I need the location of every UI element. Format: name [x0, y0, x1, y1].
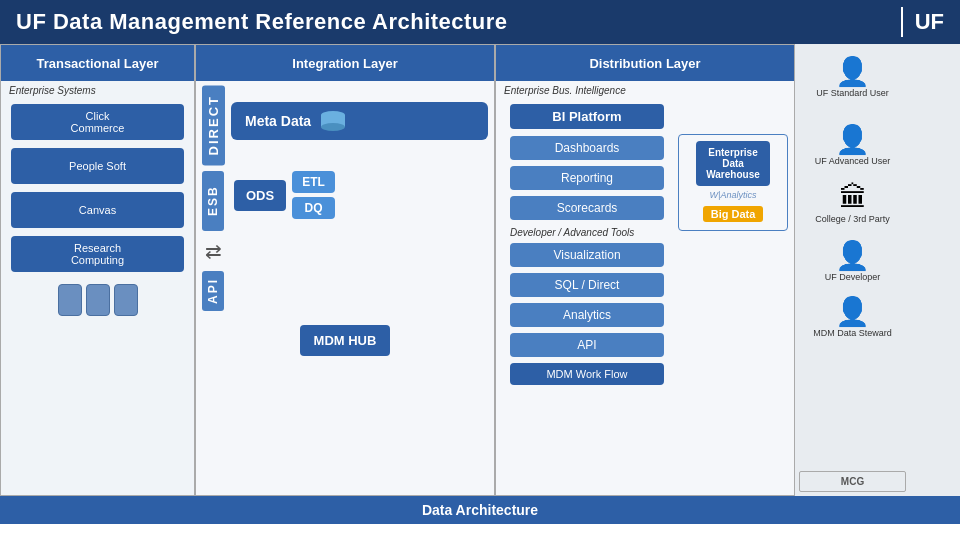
advanced-user-label: UF Advanced User — [815, 156, 891, 166]
college-icon: 🏛 — [839, 184, 867, 212]
analytics-box: Analytics — [510, 303, 664, 327]
sql-direct-box: SQL / Direct — [510, 273, 664, 297]
canvas-box: Canvas — [11, 192, 184, 228]
standard-user-label: UF Standard User — [816, 88, 889, 98]
esb-label: ESB — [202, 171, 224, 231]
click-commerce-box: ClickCommerce — [11, 104, 184, 140]
ods-etl-row: ODS ETL DQ — [234, 171, 488, 219]
bi-column: BI Platform Dashboards Reporting Scoreca… — [502, 100, 672, 495]
cylinder-1 — [58, 284, 82, 316]
college-label: College / 3rd Party — [815, 214, 890, 224]
user-column: 👤 UF Standard User 👤 UF Advanced User 🏛 … — [795, 44, 910, 496]
data-steward-group: 👤 MDM Data Steward — [799, 298, 906, 338]
transactional-layer-header: Transactional Layer — [1, 45, 194, 81]
meta-data-icon — [319, 110, 347, 132]
transactional-layer: Transactional Layer Enterprise Systems C… — [0, 44, 195, 496]
mdm-hub-box: MDM HUB — [300, 325, 391, 356]
header: UF Data Management Reference Architectur… — [0, 0, 960, 44]
college-group: 🏛 College / 3rd Party — [799, 184, 906, 224]
etl-dq-col: ETL DQ — [292, 171, 335, 219]
distribution-layer-header: Distribution Layer — [496, 45, 794, 81]
esb-row: ESB ⇄ API ODS ETL — [202, 171, 488, 311]
scorecards-box: Scorecards — [510, 196, 664, 220]
integration-layer-header: Integration Layer — [196, 45, 494, 81]
research-computing-box: ResearchCompu­ting — [11, 236, 184, 272]
enterprise-data-col: EnterpriseDataWarehouse W|Analytics Big … — [678, 100, 788, 495]
sync-icon: ⇄ — [202, 239, 224, 263]
developer-icon: 👤 — [835, 242, 870, 270]
ods-etl-area: ODS ETL DQ — [230, 171, 488, 219]
dashboards-box: Dashboards — [510, 136, 664, 160]
big-data-box: Big Data — [703, 206, 764, 222]
analytics-watermark: W|Analytics — [710, 190, 757, 200]
cylinder-3 — [114, 284, 138, 316]
ods-box: ODS — [234, 180, 286, 211]
enterprise-bi-label: Enterprise Bus. Intelligence — [496, 81, 794, 100]
data-steward-icon: 👤 — [835, 298, 870, 326]
developer-group: 👤 UF Developer — [799, 242, 906, 282]
logo-text: UF — [915, 9, 944, 35]
api-label: API — [202, 271, 224, 311]
mdm-hub-row: MDM HUB — [202, 325, 488, 356]
footer-label: Data Architecture — [422, 502, 538, 518]
advanced-user-group: 👤 UF Advanced User — [799, 126, 906, 166]
etl-box: ETL — [292, 171, 335, 193]
dq-box: DQ — [292, 197, 335, 219]
reporting-box: Reporting — [510, 166, 664, 190]
cylinder-2 — [86, 284, 110, 316]
integration-sections: DIRECT Meta Data — [196, 81, 494, 495]
svg-point-2 — [321, 123, 345, 131]
developer-label: UF Developer — [825, 272, 881, 282]
meta-data-area: Meta Data — [231, 102, 488, 148]
meta-data-box: Meta Data — [231, 102, 488, 140]
esb-api-col: ESB ⇄ API — [202, 171, 224, 311]
database-cylinders — [7, 284, 188, 316]
enterprise-systems-label: Enterprise Systems — [1, 81, 194, 100]
direct-row: DIRECT Meta Data — [202, 85, 488, 165]
mcg-logo: MCG — [799, 471, 906, 492]
dist-content: BI Platform Dashboards Reporting Scoreca… — [496, 100, 794, 495]
standard-user-icon: 👤 — [835, 58, 870, 86]
data-steward-label: MDM Data Steward — [813, 328, 892, 338]
dev-tools-label: Developer / Advanced Tools — [502, 223, 672, 240]
direct-label: DIRECT — [202, 85, 225, 165]
distribution-layer: Distribution Layer Enterprise Bus. Intel… — [495, 44, 795, 496]
footer: Data Architecture — [0, 496, 960, 524]
bi-platform-box: BI Platform — [510, 104, 664, 129]
page-title: UF Data Management Reference Architectur… — [16, 9, 508, 35]
standard-user-group: 👤 UF Standard User — [799, 58, 906, 98]
uf-logo: UF — [901, 7, 944, 37]
logo-divider — [901, 7, 903, 37]
visualization-box: Visualization — [510, 243, 664, 267]
advanced-user-icon: 👤 — [835, 126, 870, 154]
enterprise-data-box: EnterpriseDataWarehouse — [696, 141, 770, 186]
mdm-workflow-box: MDM Work Flow — [510, 363, 664, 385]
api-box: API — [510, 333, 664, 357]
people-soft-box: People Soft — [11, 148, 184, 184]
enterprise-data-section: EnterpriseDataWarehouse W|Analytics Big … — [678, 134, 788, 231]
integration-layer: Integration Layer DIRECT Meta Data — [195, 44, 495, 496]
main-content: Transactional Layer Enterprise Systems C… — [0, 44, 960, 496]
